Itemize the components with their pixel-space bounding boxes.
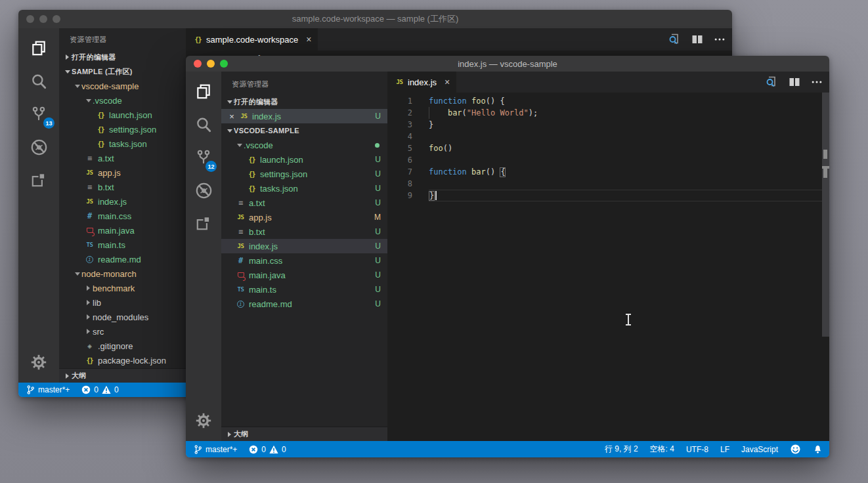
explorer-icon [195, 83, 212, 100]
status-segment[interactable]: UTF-8 [686, 445, 708, 454]
tree-item-launch-json[interactable]: launch.json [59, 108, 186, 122]
scrollbar-strip[interactable] [822, 93, 829, 337]
tree-item--vscode[interactable]: .vscode [221, 138, 387, 152]
minimize-window-icon[interactable] [39, 15, 47, 23]
activity-source-control[interactable]: 12 [186, 141, 221, 174]
activity-source-control[interactable]: 13 [18, 98, 59, 131]
tree-item-benchmark[interactable]: benchmark [59, 281, 186, 295]
tree-item-a-txt[interactable]: a.txt [59, 151, 186, 165]
tab-index-js[interactable]: index.js × [387, 72, 456, 93]
code-token: foo [429, 143, 443, 154]
feedback-smiley-icon[interactable] [790, 444, 801, 455]
minimize-window-icon[interactable] [207, 60, 215, 68]
tree-item-label: package-lock.json [98, 356, 166, 366]
chevron-down-icon [73, 83, 81, 89]
status-segment[interactable]: 行 9, 列 2 [605, 444, 638, 455]
notifications-bell-icon[interactable] [813, 444, 823, 455]
tree-item-settings-json[interactable]: settings.json [59, 122, 186, 136]
tree-item-main-java[interactable]: main.javaU [221, 268, 387, 282]
zoom-window-icon[interactable] [220, 60, 228, 68]
tree-item-lib[interactable]: lib [59, 295, 186, 310]
close-editor-icon[interactable]: × [227, 112, 237, 121]
tree-item-node-monarch[interactable]: node-monarch [59, 266, 186, 281]
outline-section[interactable]: 大纲 [59, 368, 186, 383]
tree-item-tasks-json[interactable]: tasks.json [59, 136, 186, 151]
front-code-area[interactable]: 1function foo() {2 bar("Hello World");3}… [387, 93, 829, 441]
tree-item-node-modules[interactable]: node_modules [59, 310, 186, 324]
front-titlebar[interactable]: index.js — vscode-sample [186, 56, 829, 72]
zoom-window-icon[interactable] [53, 15, 60, 23]
git-branch-status[interactable]: master*+ [26, 385, 70, 395]
workspace-section[interactable]: VSCODE-SAMPLE [221, 123, 387, 138]
close-window-icon[interactable] [26, 15, 34, 23]
tree-item-main-java[interactable]: main.java [59, 223, 186, 238]
gitignore-icon [84, 342, 95, 350]
tree-item--vscode[interactable]: .vscode [59, 93, 186, 108]
chevron-down-icon [225, 127, 234, 134]
tree-item--gitignore[interactable]: .gitignore [59, 339, 186, 353]
activity-extensions[interactable] [18, 163, 59, 196]
activity-debug[interactable] [18, 131, 59, 163]
split-editor-icon[interactable] [691, 33, 704, 46]
close-tab-icon[interactable]: × [445, 77, 450, 87]
tree-item-readme-md[interactable]: readme.mdU [221, 297, 387, 311]
tree-item-b-txt[interactable]: b.txtU [221, 224, 387, 239]
tree-item-main-css[interactable]: main.cssU [221, 253, 387, 268]
status-segment[interactable]: 空格: 4 [650, 444, 674, 455]
activity-debug[interactable] [186, 174, 221, 207]
outline-section[interactable]: 大纲 [221, 427, 387, 441]
json-icon [95, 112, 106, 119]
tree-item-index-js[interactable]: index.jsU [221, 239, 387, 253]
activity-settings-gear[interactable] [18, 351, 59, 373]
tab-sample-code-workspace[interactable]: sample.code-workspace × [186, 28, 318, 51]
open-editors-section[interactable]: 打开的编辑器 [221, 94, 387, 109]
tree-item-readme-md[interactable]: readme.md [59, 252, 186, 266]
back-sidebar: 资源管理器 打开的编辑器 SAMPLE (工作区) vscode-sample.… [59, 28, 186, 383]
activity-extensions[interactable] [186, 207, 221, 240]
tree-item-main-ts[interactable]: main.ts [59, 238, 186, 252]
tree-item-app-js[interactable]: app.js [59, 165, 186, 180]
split-editor-icon[interactable] [788, 75, 801, 89]
back-titlebar[interactable]: sample.code-workspace — sample (工作区) [18, 10, 732, 28]
problems-status[interactable]: 0 0 [249, 445, 286, 454]
tree-item-label: main.css [98, 211, 131, 221]
find-icon[interactable] [668, 33, 681, 46]
status-segment[interactable]: JavaScript [741, 445, 778, 454]
tree-item-label: main.ts [98, 240, 125, 250]
tree-item-main-ts[interactable]: main.tsU [221, 282, 387, 297]
git-branch-status[interactable]: master*+ [194, 444, 237, 455]
problems-status[interactable]: 0 0 [81, 385, 118, 394]
tree-item-main-css[interactable]: main.css [59, 209, 186, 223]
status-segment[interactable]: LF [720, 445, 729, 454]
window-controls[interactable] [194, 60, 228, 68]
window-controls[interactable] [26, 15, 60, 23]
tree-item-label: node-monarch [81, 269, 137, 279]
close-tab-icon[interactable]: × [306, 35, 311, 44]
tree-item-tasks-json[interactable]: tasks.jsonU [221, 181, 387, 196]
tree-item-package-lock-json[interactable]: package-lock.json [59, 353, 186, 368]
activity-settings-gear[interactable] [186, 410, 221, 432]
tree-item-app-js[interactable]: app.jsM [221, 210, 387, 224]
find-icon[interactable] [765, 75, 778, 89]
close-window-icon[interactable] [194, 60, 202, 68]
activity-explorer[interactable] [186, 75, 221, 108]
activity-search[interactable] [18, 65, 59, 98]
tree-item-vscode-sample[interactable]: vscode-sample [59, 79, 186, 93]
tree-item-settings-json[interactable]: settings.jsonU [221, 167, 387, 181]
more-actions-icon[interactable] [714, 33, 726, 45]
tree-item-a-txt[interactable]: a.txtU [221, 196, 387, 210]
front-activity-bar: 12 [186, 72, 221, 441]
tab-label: index.js [408, 77, 437, 87]
tree-item-index-js[interactable]: index.js [59, 194, 186, 209]
tree-item-launch-json[interactable]: launch.jsonU [221, 152, 387, 167]
more-actions-icon[interactable] [811, 76, 823, 88]
open-editor-index-js[interactable]: × index.js U [221, 109, 387, 123]
activity-explorer[interactable] [18, 32, 59, 65]
code-line: function foo() { [429, 95, 829, 107]
ts-icon [235, 286, 246, 293]
tree-item-src[interactable]: src [59, 324, 186, 339]
tree-item-b-txt[interactable]: b.txt [59, 180, 186, 194]
workspace-section[interactable]: SAMPLE (工作区) [59, 64, 186, 79]
activity-search[interactable] [186, 108, 221, 141]
open-editors-section[interactable]: 打开的编辑器 [59, 50, 186, 64]
